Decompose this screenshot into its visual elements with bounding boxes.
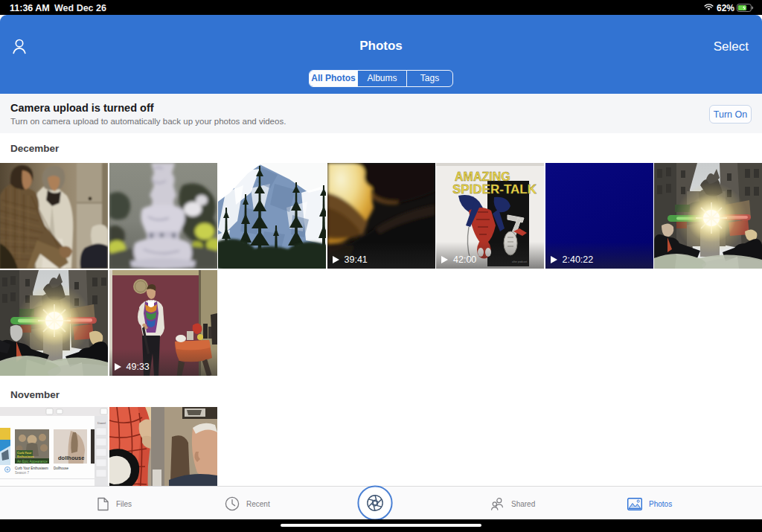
- svg-text:Dollhouse: Dollhouse: [54, 467, 69, 470]
- svg-text:SPIDER-TALK: SPIDER-TALK: [452, 182, 537, 196]
- svg-text:An Epic Appearance: An Epic Appearance: [17, 460, 48, 464]
- svg-text:Downl: Downl: [97, 421, 106, 425]
- svg-text:AMAZING: AMAZING: [455, 170, 510, 183]
- svg-text:dollhouse: dollhouse: [58, 455, 84, 461]
- svg-text:Curb Your Enthusiasm: Curb Your Enthusiasm: [15, 467, 48, 470]
- svg-text:Enthusiasm: Enthusiasm: [17, 455, 34, 458]
- svg-text:Season 7: Season 7: [15, 471, 30, 475]
